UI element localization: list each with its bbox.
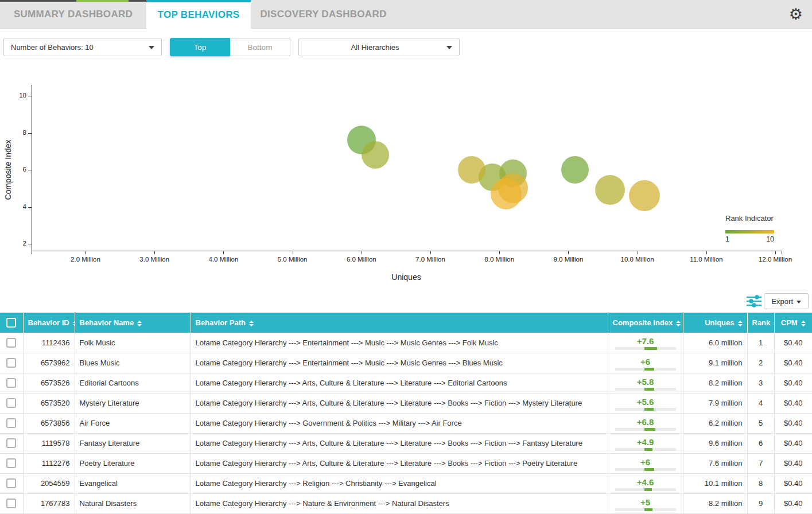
cpm-cell: $0.40 bbox=[774, 393, 812, 413]
number-of-behaviors-select[interactable]: Number of Behaviors: 10 bbox=[3, 38, 162, 56]
id-cell: 6573520 bbox=[23, 393, 75, 413]
x-tick-label: 6.0 Million bbox=[336, 256, 387, 263]
row-checkbox[interactable] bbox=[6, 478, 16, 488]
select-all-checkbox[interactable] bbox=[6, 318, 16, 328]
row-select-cell bbox=[0, 373, 23, 393]
legend-title: Rank Indicator bbox=[725, 214, 776, 223]
row-checkbox[interactable] bbox=[6, 438, 16, 448]
sort-icon-cpm[interactable] bbox=[801, 321, 806, 326]
bottom-button[interactable]: Bottom bbox=[230, 38, 290, 56]
x-tick-label: 5.0 Million bbox=[267, 256, 318, 263]
column-header-name: Behavior Name bbox=[75, 313, 191, 333]
name-cell: Poetry Literature bbox=[75, 453, 191, 473]
table-row: 1112436Folk MusicLotame Category Hierarc… bbox=[0, 333, 812, 353]
composite-index-bar-fill bbox=[644, 388, 654, 391]
chart-bubble-poetry-literature[interactable] bbox=[458, 156, 485, 184]
legend-min-label: 1 bbox=[725, 235, 729, 243]
composite-index-bar bbox=[615, 468, 676, 471]
composite-index-bar-fill bbox=[644, 347, 656, 350]
row-checkbox[interactable] bbox=[6, 378, 16, 388]
rank-cell: 1 bbox=[747, 333, 774, 353]
y-axis-line bbox=[32, 85, 32, 254]
cpm-cell: $0.40 bbox=[774, 373, 812, 393]
sort-icon-name[interactable] bbox=[137, 321, 142, 326]
column-header-id: Behavior ID bbox=[23, 313, 75, 333]
row-checkbox[interactable] bbox=[6, 499, 16, 508]
tab-summary-dashboard[interactable]: SUMMARY DASHBOARD bbox=[0, 0, 146, 29]
x-axis-title: Uniques bbox=[349, 272, 464, 282]
top-button[interactable]: Top bbox=[170, 38, 230, 56]
rank-cell: 3 bbox=[747, 373, 774, 393]
table-header-row: Behavior IDBehavior NameBehavior PathCom… bbox=[0, 313, 812, 333]
tab-top-behaviors[interactable]: TOP BEHAVIORS bbox=[146, 0, 251, 29]
chart-bubble-air-force[interactable] bbox=[362, 141, 389, 169]
row-checkbox[interactable] bbox=[6, 358, 16, 368]
composite-index-cell: +6.8 bbox=[608, 413, 683, 433]
column-header-uniques: Uniques bbox=[683, 313, 747, 333]
table-row: 1119578Fantasy LiteratureLotame Category… bbox=[0, 433, 812, 453]
x-tick-label: 3.0 Million bbox=[129, 256, 180, 263]
chart-bubble[interactable] bbox=[491, 178, 522, 209]
x-tick-label: 7.0 Million bbox=[405, 256, 456, 263]
summary-tab-green-indicator bbox=[76, 0, 129, 2]
uniques-cell: 7.6 million bbox=[683, 453, 747, 473]
composite-index-bar bbox=[615, 508, 676, 511]
hierarchies-select[interactable]: All Hierarchies bbox=[298, 38, 460, 56]
chevron-down-icon bbox=[149, 46, 154, 49]
chevron-down-icon bbox=[797, 301, 801, 303]
chart-bubble-blues-music[interactable] bbox=[561, 156, 589, 184]
chart-bubble-evangelical[interactable] bbox=[629, 180, 660, 211]
row-select-cell bbox=[0, 353, 23, 373]
row-checkbox[interactable] bbox=[6, 398, 16, 408]
row-select-cell bbox=[0, 473, 23, 493]
sort-icon-uniques[interactable] bbox=[738, 321, 743, 326]
tab-bar: SUMMARY DASHBOARDTOP BEHAVIORSDISCOVERY … bbox=[0, 0, 812, 29]
row-select-cell bbox=[0, 333, 23, 353]
composite-index-bar bbox=[615, 448, 676, 451]
sort-icon-path[interactable] bbox=[249, 321, 254, 326]
rank-cell: 8 bbox=[747, 473, 774, 493]
composite-index-value: +5.8 bbox=[613, 377, 678, 387]
table-row: 1112276Poetry LiteratureLotame Category … bbox=[0, 453, 812, 473]
path-cell: Lotame Category Hierarchy ---> Arts, Cul… bbox=[191, 373, 608, 393]
sort-icon-composite[interactable] bbox=[676, 321, 681, 326]
row-select-cell bbox=[0, 413, 23, 433]
column-header-composite: Composite Index bbox=[608, 313, 683, 333]
name-cell: Blues Music bbox=[75, 353, 191, 373]
rank-gradient-bar bbox=[725, 230, 774, 233]
chart-bubble-fantasy-literature[interactable] bbox=[595, 175, 625, 205]
tab-discovery-dashboard[interactable]: DISCOVERY DASHBOARD bbox=[251, 0, 396, 29]
cpm-cell: $0.40 bbox=[774, 433, 812, 453]
row-checkbox[interactable] bbox=[6, 338, 16, 348]
rank-cell: 9 bbox=[747, 493, 774, 513]
cpm-cell: $0.40 bbox=[774, 473, 812, 493]
top-behaviors-dashboard: SUMMARY DASHBOARDTOP BEHAVIORSDISCOVERY … bbox=[0, 0, 812, 514]
rank-indicator-legend: Rank Indicator 1 10 bbox=[725, 214, 776, 243]
column-settings-sliders-icon[interactable] bbox=[747, 295, 762, 310]
column-label: Composite Index bbox=[613, 318, 673, 327]
row-select-cell bbox=[0, 453, 23, 473]
x-tick-label: 12.0 Million bbox=[749, 256, 801, 263]
rank-cell: 2 bbox=[747, 353, 774, 373]
column-header-path: Behavior Path bbox=[191, 313, 608, 333]
name-cell: Air Force bbox=[75, 413, 191, 433]
column-header-rank: Rank bbox=[747, 313, 774, 333]
id-cell: 1119578 bbox=[23, 433, 75, 453]
composite-index-cell: +4.9 bbox=[608, 433, 683, 453]
composite-index-value: +6 bbox=[613, 457, 678, 468]
table-row: 6573856Air ForceLotame Category Hierarch… bbox=[0, 413, 812, 433]
table-row: 6573526Editorial CartoonsLotame Category… bbox=[0, 373, 812, 393]
row-select-cell bbox=[0, 493, 23, 513]
column-label: Behavior Path bbox=[196, 318, 246, 327]
export-button[interactable]: Export bbox=[764, 293, 809, 309]
row-checkbox[interactable] bbox=[6, 458, 16, 468]
composite-index-bar bbox=[615, 347, 676, 350]
row-checkbox[interactable] bbox=[6, 418, 16, 428]
settings-gear-icon[interactable]: ⚙ bbox=[789, 5, 803, 24]
uniques-cell: 8.2 million bbox=[683, 373, 747, 393]
composite-index-cell: +5 bbox=[608, 493, 683, 513]
table-row: 1767783Natural DisastersLotame Category … bbox=[0, 493, 812, 513]
row-select-cell bbox=[0, 393, 23, 413]
tab-list: SUMMARY DASHBOARDTOP BEHAVIORSDISCOVERY … bbox=[0, 0, 396, 29]
rank-cell: 7 bbox=[747, 453, 774, 473]
